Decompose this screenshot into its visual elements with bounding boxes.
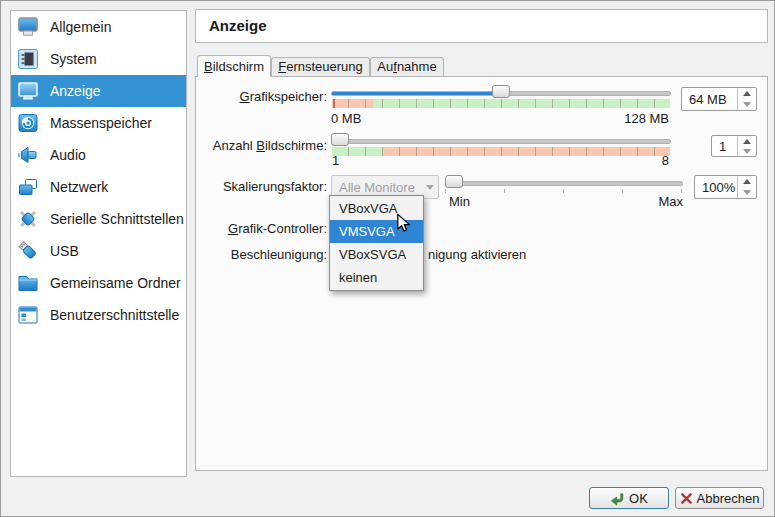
sidebar-item-audio[interactable]: Audio [11,139,186,171]
combo-value: Alle Monitore [332,180,422,195]
monitor-count-spinbox[interactable]: 1 [711,135,757,157]
video-memory-spinbox[interactable]: 64 MB [681,87,757,111]
page-title: Anzeige [196,10,767,42]
slider-handle[interactable] [331,133,349,146]
sidebar-item-label: USB [50,243,79,259]
sidebar-item-label: Gemeinsame Ordner [50,275,181,291]
slider-track[interactable] [331,139,671,144]
sidebar-item-label: Massenspeicher [50,115,152,131]
sidebar-item-gemeinsame-ordner[interactable]: Gemeinsame Ordner [11,267,186,299]
spin-down-button[interactable] [738,146,756,156]
spin-down-button[interactable] [738,99,756,110]
acceleration-label: Beschleunigung: [201,247,327,263]
ok-button[interactable]: OK [589,487,669,509]
tab-fernsteuerung[interactable]: Fernsteuerung [271,57,370,76]
sidebar-item-anzeige[interactable]: Anzeige [11,75,186,107]
cancel-x-icon [680,492,693,505]
scale-factor-min-label: Min [449,194,470,209]
monitor-count-max-label: 8 [619,153,669,168]
sidebar-item-label: Netzwerk [50,179,108,195]
cancel-button[interactable]: Abbrechen [675,487,764,509]
sidebar-item-label: Benutzerschnittstelle [50,307,179,323]
spinbox-value[interactable]: 1 [712,136,737,156]
sidebar-item-label: Allgemein [50,19,111,35]
gauge-ticks [332,99,670,108]
spin-up-button[interactable] [738,88,756,99]
sidebar-item-serielle-schnittstellen[interactable]: Serielle Schnittstellen [11,203,186,235]
sidebar-item-usb[interactable]: USB [11,235,186,267]
sidebar-item-netzwerk[interactable]: Netzwerk [11,171,186,203]
down-arrow-icon [743,190,751,195]
network-icon [16,175,40,199]
shared-folders-icon [16,271,40,295]
up-arrow-icon [743,91,751,96]
sidebar-item-label: Audio [50,147,86,163]
combo-dropdown-area[interactable] [422,185,438,190]
video-memory-gauge [332,99,670,108]
chevron-down-icon [426,185,434,190]
spin-down-button[interactable] [738,187,756,198]
scale-factor-label: Skalierungsfaktor: [201,179,327,195]
scale-factor-max-label: Max [633,194,683,209]
up-arrow-icon [743,139,751,144]
sidebar-item-allgemein[interactable]: Allgemein [11,11,186,43]
sidebar-item-massenspeicher[interactable]: Massenspeicher [11,107,186,139]
sidebar-item-benutzerschnittstelle[interactable]: Benutzerschnittstelle [11,299,186,331]
page-header: Anzeige [195,9,768,43]
dropdown-option-keinen[interactable]: keinen [330,266,423,289]
settings-category-list: Allgemein System Anzeige Massenspeicher [10,10,187,477]
slider-handle[interactable] [445,175,463,188]
down-arrow-icon [743,102,751,107]
slider-track[interactable] [445,181,683,186]
spin-up-button[interactable] [738,176,756,187]
monitor-count-min-label: 1 [332,153,339,168]
dropdown-option-vboxsvga[interactable]: VBoxSVGA [330,243,423,266]
tab-aufnahme[interactable]: Aufnahme [370,57,444,76]
down-arrow-icon [743,149,751,154]
scale-factor-spinbox[interactable]: 100% [694,175,757,199]
scale-factor-tickmarks [445,189,683,193]
spinbox-value[interactable]: 64 MB [682,88,737,110]
spinbox-value[interactable]: 100% [695,176,737,198]
spin-up-button[interactable] [738,136,756,146]
slider-fill [332,92,501,95]
graphics-controller-dropdown: VBoxVGA VMSVGA VBoxSVGA keinen [329,195,424,291]
user-interface-icon [16,303,40,327]
mouse-cursor-icon [393,212,416,239]
tab-bildschirm[interactable]: Bildschirm [197,55,271,77]
display-icon [16,79,40,103]
usb-icon [16,239,40,263]
video-memory-label: Grafikspeicher: [201,89,327,105]
serial-ports-icon [16,207,40,231]
slider-handle[interactable] [492,85,510,98]
audio-icon [16,143,40,167]
sidebar-item-label: Serielle Schnittstellen [50,211,184,227]
system-icon [16,47,40,71]
ok-button-label: OK [629,491,648,506]
general-icon [16,15,40,39]
storage-icon [16,111,40,135]
acceleration-checkbox-label[interactable]: nigung aktivieren [428,247,526,262]
sidebar-item-system[interactable]: System [11,43,186,75]
up-arrow-icon [743,179,751,184]
video-memory-max-label: 128 MB [569,111,669,126]
graphics-controller-label: Grafik-Controller: [201,221,327,237]
video-memory-min-label: 0 MB [331,111,361,126]
sidebar-item-label: System [50,51,97,67]
cancel-button-label: Abbrechen [697,491,760,506]
monitor-count-label: Anzahl Bildschirme: [201,138,327,154]
sidebar-item-label: Anzeige [50,83,101,99]
vm-settings-dialog: Allgemein System Anzeige Massenspeicher [0,0,775,517]
ok-return-arrow-icon [610,491,625,506]
gauge-start-mark [333,99,335,108]
